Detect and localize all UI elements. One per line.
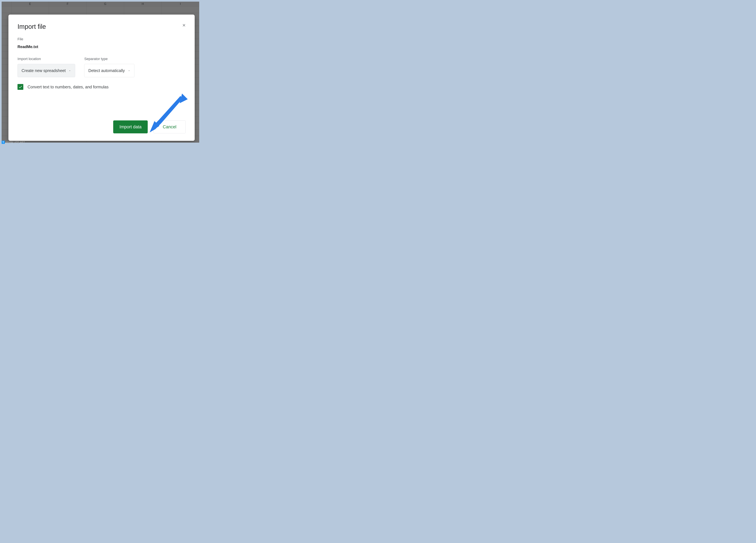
checkmark-icon (18, 85, 23, 89)
import-file-dialog: Import file File ReadMe.txt Import locat… (8, 15, 195, 141)
cancel-button[interactable]: Cancel (154, 120, 186, 133)
file-name: ReadMe.txt (17, 45, 186, 49)
import-location-label: Import location (17, 57, 75, 61)
app-frame: E F G H I (2, 2, 199, 143)
separator-type-group: Separator type Detect automatically (84, 57, 134, 77)
dialog-actions: Import data Cancel (113, 120, 186, 133)
chevron-down-icon (128, 68, 130, 73)
convert-checkbox-row: Convert text to numbers, dates, and form… (17, 84, 186, 90)
import-location-value: Create new spreadsheet (22, 68, 66, 73)
watermark-badge: T (2, 141, 5, 144)
separator-type-label: Separator type (84, 57, 134, 61)
chevron-down-icon (69, 68, 71, 73)
separator-type-dropdown[interactable]: Detect automatically (84, 64, 134, 77)
close-button[interactable] (181, 22, 187, 28)
separator-type-value: Detect automatically (88, 68, 125, 73)
file-label: File (17, 37, 186, 41)
watermark: T TEMPLATE.NET (2, 141, 25, 144)
convert-checkbox[interactable] (17, 84, 23, 90)
watermark-text: TEMPLATE.NET (6, 141, 25, 144)
close-icon (182, 23, 186, 27)
dialog-title: Import file (17, 23, 186, 30)
import-data-button[interactable]: Import data (113, 120, 148, 133)
import-location-group: Import location Create new spreadsheet (17, 57, 75, 77)
import-location-dropdown[interactable]: Create new spreadsheet (17, 64, 75, 77)
convert-checkbox-label: Convert text to numbers, dates, and form… (28, 85, 109, 89)
options-row: Import location Create new spreadsheet S… (17, 57, 186, 77)
